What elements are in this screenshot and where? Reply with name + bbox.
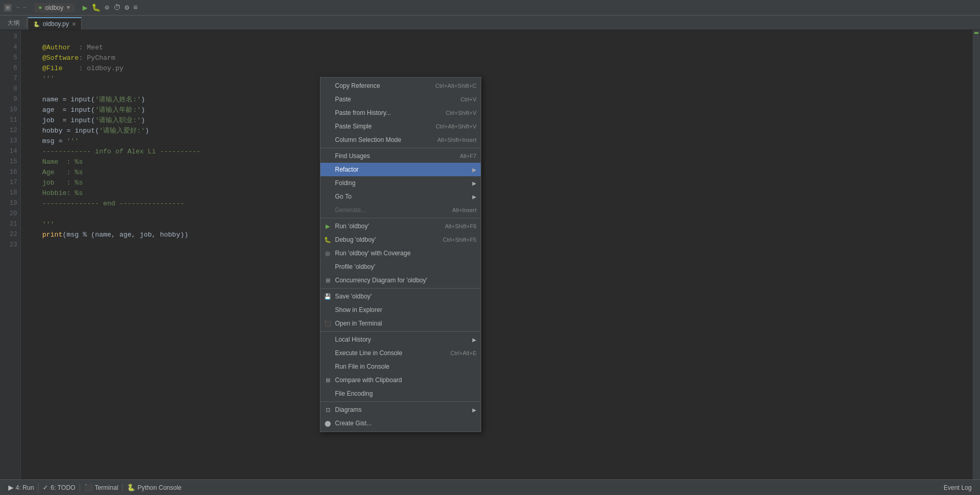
todo-status-label: 6: TODO <box>50 484 75 491</box>
code-line-11: job = input('请输入职业:') <box>26 115 968 126</box>
code-line-6: @File : oldboy.py <box>26 63 968 74</box>
window-icon: ⊞ <box>4 4 11 11</box>
line-num-11: 11 <box>3 115 17 126</box>
menu-item-find-usages[interactable]: Find Usages Alt+F7 <box>320 149 481 163</box>
menu-label: Local History <box>335 336 371 343</box>
submenu-arrow-icon: ▶ <box>472 194 476 200</box>
menu-item-profile[interactable]: Profile 'oldboy' <box>320 260 481 273</box>
status-bar: ▶ 4: Run ✓ 6: TODO ⬛ Terminal 🐍 Python C… <box>0 479 980 495</box>
separator-3 <box>320 288 481 289</box>
right-gutter[interactable] <box>973 30 980 479</box>
menu-shortcut: Alt+Insert <box>442 207 476 213</box>
menu-label: Save 'oldboy' <box>335 293 372 300</box>
compare-menu-icon: ⊞ <box>324 376 332 384</box>
settings-icon[interactable]: ⚙ <box>125 3 129 12</box>
main-area: 3 4 5 6 7 8 9 10 11 12 13 14 15 16 17 18… <box>0 30 980 479</box>
line-num-3: 3 <box>3 32 17 43</box>
menu-item-debug[interactable]: 🐛 Debug 'oldboy' Ctrl+Shift+F5 <box>320 233 481 246</box>
line-num-23: 23 <box>3 240 17 251</box>
menu-item-refactor[interactable]: Refactor ▶ <box>320 163 481 176</box>
todo-status-icon: ✓ <box>43 484 48 491</box>
menu-label: Go To <box>335 193 352 200</box>
menu-item-paste[interactable]: Paste Ctrl+V <box>320 93 481 106</box>
menu-item-diagrams[interactable]: ⊡ Diagrams ▶ <box>320 403 481 416</box>
menu-item-copy-reference[interactable]: Copy Reference Ctrl+Alt+Shift+C <box>320 79 481 93</box>
line-num-12: 12 <box>3 126 17 136</box>
python-console-status-item[interactable]: 🐍 Python Console <box>123 480 186 495</box>
menu-shortcut: Alt+Shift+Insert <box>427 137 476 143</box>
code-line-9: name = input('请输入姓名:') <box>26 95 968 105</box>
run-icon[interactable]: ▶ <box>83 3 88 13</box>
context-menu: Copy Reference Ctrl+Alt+Shift+C Paste Ct… <box>320 77 481 432</box>
line-num-4: 4 <box>3 43 17 53</box>
debug-icon[interactable]: 🐛 <box>92 3 100 12</box>
menu-item-save[interactable]: 💾 Save 'oldboy' <box>320 290 481 303</box>
menu-shortcut: Ctrl+Shift+V <box>435 110 476 116</box>
event-log-item[interactable]: Event Log <box>939 484 976 491</box>
menu-shortcut: Alt+F7 <box>449 153 476 159</box>
submenu-arrow-icon: ▶ <box>472 180 476 186</box>
menu-label: Diagrams <box>335 406 362 413</box>
run-status-item[interactable]: ▶ 4: Run <box>4 480 38 495</box>
menu-item-run-file-console[interactable]: Run File in Console <box>320 360 481 373</box>
menu-item-create-gist[interactable]: ⬤ Create Gist... <box>320 416 481 430</box>
menu-label: Run 'oldboy' <box>335 223 369 230</box>
menu-label: Paste Simple <box>335 123 372 130</box>
code-line-14: ------------ info of Alex Li ---------- <box>26 147 968 157</box>
code-line-8 <box>26 84 968 95</box>
profile-icon[interactable]: ⏱ <box>113 4 121 12</box>
menu-label: Find Usages <box>335 152 370 160</box>
menu-item-run[interactable]: ▶ Run 'oldboy' Alt+Shift+F6 <box>320 219 481 233</box>
menu-item-local-history[interactable]: Local History ▶ <box>320 333 481 346</box>
separator-1 <box>320 148 481 148</box>
code-area[interactable]: @Author : Meet @Software: PyCharm @File … <box>21 30 973 479</box>
menu-label: Run File in Console <box>335 363 390 370</box>
breadcrumb-tab[interactable]: 大纲 <box>2 17 25 30</box>
separator-5 <box>320 401 481 402</box>
close-tab-icon[interactable]: ✕ <box>72 21 76 27</box>
menu-label: Copy Reference <box>335 82 380 89</box>
menu-item-goto[interactable]: Go To ▶ <box>320 190 481 203</box>
code-line-17: job : %s <box>26 178 968 188</box>
menu-item-folding[interactable]: Folding ▶ <box>320 176 481 190</box>
menu-item-concurrency[interactable]: ⊞ Concurrency Diagram for 'oldboy' <box>320 273 481 287</box>
more-icon[interactable]: ≡ <box>133 4 137 12</box>
menu-item-paste-simple[interactable]: Paste Simple Ctrl+Alt+Shift+V <box>320 120 481 133</box>
menu-item-open-terminal[interactable]: ⬛ Open in Terminal <box>320 317 481 330</box>
menu-label: Compare with Clipboard <box>335 376 402 384</box>
coverage-icon[interactable]: ⊙ <box>105 3 109 12</box>
code-line-20 <box>26 209 968 219</box>
menu-item-execute-line[interactable]: Execute Line in Console Ctrl+Alt+E <box>320 346 481 360</box>
line-numbers: 3 4 5 6 7 8 9 10 11 12 13 14 15 16 17 18… <box>0 30 21 479</box>
code-line-10: age = input('请输入年龄:') <box>26 105 968 115</box>
concurrency-menu-icon: ⊞ <box>324 276 332 284</box>
menu-item-compare-clipboard[interactable]: ⊞ Compare with Clipboard <box>320 373 481 387</box>
line-num-7: 7 <box>3 74 17 84</box>
menu-item-paste-history[interactable]: Paste from History... Ctrl+Shift+V <box>320 106 481 120</box>
code-line-3 <box>26 32 968 43</box>
menu-label: Run 'oldboy' with Coverage <box>335 250 410 257</box>
code-line-13: msg = ''' <box>26 136 968 147</box>
terminal-status-item[interactable]: ⬛ Terminal <box>80 480 122 495</box>
menu-item-column-selection[interactable]: Column Selection Mode Alt+Shift+Insert <box>320 133 481 147</box>
menu-label: Profile 'oldboy' <box>335 263 375 270</box>
python-console-icon: 🐍 <box>127 484 135 491</box>
submenu-arrow-icon: ▶ <box>472 337 476 343</box>
terminal-status-label: Terminal <box>95 484 118 491</box>
menu-item-file-encoding[interactable]: File Encoding <box>320 387 481 400</box>
menu-shortcut: Ctrl+V <box>450 96 476 102</box>
terminal-menu-icon: ⬛ <box>324 319 332 328</box>
line-num-15: 15 <box>3 157 17 167</box>
menu-item-show-explorer[interactable]: Show in Explorer <box>320 303 481 317</box>
separator-4 <box>320 331 481 332</box>
line-num-10: 10 <box>3 105 17 115</box>
file-tab-oldboy[interactable]: 🐍 oldboy.py ✕ <box>28 17 82 30</box>
menu-label: Show in Explorer <box>335 306 382 314</box>
menu-label: Open in Terminal <box>335 320 382 327</box>
menu-item-run-coverage[interactable]: ◎ Run 'oldboy' with Coverage <box>320 246 481 260</box>
file-tab-label: oldboy.py <box>43 20 69 28</box>
todo-status-item[interactable]: ✓ 6: TODO <box>38 480 80 495</box>
line-num-9: 9 <box>3 95 17 105</box>
save-menu-icon: 💾 <box>324 292 332 301</box>
editor[interactable]: 3 4 5 6 7 8 9 10 11 12 13 14 15 16 17 18… <box>0 30 980 479</box>
